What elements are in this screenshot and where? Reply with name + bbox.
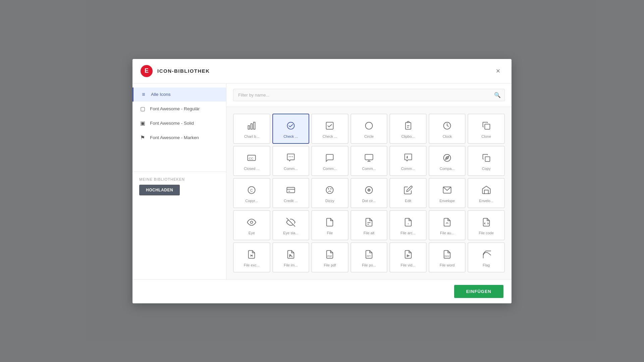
icon-cell-file-alt[interactable]: File alt [351, 210, 388, 240]
icon-cell-chart-b[interactable]: Chart b... [233, 114, 270, 144]
svg-rect-21 [485, 157, 490, 161]
svg-rect-16 [365, 154, 373, 160]
icon-label-clock: Clock [432, 134, 463, 138]
icon-cell-flag[interactable]: Flag [468, 242, 505, 273]
icon-label-file-archive: File arc... [393, 231, 423, 235]
icon-cell-circle[interactable]: Circle [351, 114, 388, 144]
comment-1-icon [286, 153, 296, 164]
icon-label-credit-card: Credit ... [276, 199, 306, 203]
icon-cell-eye[interactable]: Eye [233, 210, 270, 240]
insert-button[interactable]: EINFÜGEN [454, 285, 503, 298]
icons-grid-container[interactable]: Chart b...Check ...Check ...CircleClipbo… [226, 107, 512, 279]
icon-label-closed-cc: Closed ... [236, 167, 267, 171]
icon-label-check-2: Check ... [315, 134, 345, 138]
credit-card-icon [286, 185, 296, 196]
all-icons-icon: ≡ [140, 92, 147, 98]
modal-footer: EINFÜGEN [132, 279, 512, 303]
icon-label-file-powerpoint: File po... [354, 263, 384, 267]
search-input[interactable] [233, 89, 505, 101]
icon-label-comment-4: Comm... [393, 167, 423, 171]
icon-label-comment-3: Comm... [354, 167, 384, 171]
dizzy-icon [325, 185, 334, 196]
icon-label-file-audio: File au... [432, 231, 463, 235]
icon-label-dot-circle: Dot cir... [354, 199, 384, 203]
icon-label-chart-b: Chart b... [236, 134, 267, 138]
icon-cell-file-image[interactable]: File im... [272, 242, 310, 273]
icon-cell-file-audio[interactable]: File au... [429, 210, 466, 240]
icon-cell-clipboard[interactable]: Clipbo... [389, 114, 427, 144]
search-button[interactable]: 🔍 [494, 92, 501, 98]
icon-label-copy: Copy [471, 167, 501, 171]
copyright-icon: C [247, 185, 256, 196]
eye-slash-icon [286, 218, 296, 228]
icon-cell-check-2[interactable]: Check ... [311, 114, 348, 144]
icon-cell-comment-3[interactable]: Comm... [351, 146, 388, 176]
sidebar-item-fa-regular-label: Font Awesome - Regulär [150, 106, 200, 111]
icon-cell-edit[interactable]: Edit [389, 178, 427, 208]
icon-cell-closed-cc[interactable]: CCClosed ... [233, 146, 270, 176]
sidebar-item-fa-regular[interactable]: ▢ Font Awesome - Regulär [132, 102, 226, 116]
icon-cell-file-pdf[interactable]: PDFFile pdf [311, 242, 348, 273]
icon-cell-dizzy[interactable]: Dizzy [311, 178, 348, 208]
svg-point-5 [365, 122, 372, 129]
upload-button[interactable]: HOCHLADEN [139, 185, 180, 195]
sidebar-item-fa-brands[interactable]: ⚑ Font Awesome - Marken [132, 130, 226, 145]
check-selected-icon [286, 121, 296, 132]
svg-point-13 [289, 156, 289, 157]
icon-cell-file-word[interactable]: DOCFile word [429, 242, 466, 273]
check-2-icon [325, 121, 334, 132]
icon-cell-file-video[interactable]: File vid... [389, 242, 427, 273]
icon-cell-file[interactable]: File [311, 210, 348, 240]
circle-icon [364, 121, 374, 132]
svg-point-35 [251, 221, 253, 223]
icon-label-dizzy: Dizzy [315, 199, 345, 203]
icon-cell-copy[interactable]: Copy [468, 146, 505, 176]
sidebar-item-all-icons[interactable]: ≡ Alle Icons [132, 87, 226, 102]
svg-rect-4 [326, 122, 333, 129]
svg-rect-2 [254, 122, 255, 129]
svg-text:PDF: PDF [327, 255, 332, 257]
icon-label-eye: Eye [236, 231, 267, 235]
icon-label-comment-2: Comm... [315, 167, 345, 171]
icon-cell-dot-circle[interactable]: Dot cir... [351, 178, 388, 208]
clone-icon [482, 121, 491, 132]
icon-cell-copyright[interactable]: CCopyr... [233, 178, 270, 208]
icon-cell-comment-1[interactable]: Comm... [272, 146, 310, 176]
file-powerpoint-icon: PPT [364, 250, 374, 260]
svg-text:C: C [250, 188, 253, 192]
svg-text:DOC: DOC [445, 255, 450, 257]
close-button[interactable]: × [493, 66, 503, 76]
sidebar-item-fa-solid[interactable]: ▣ Font Awesome - Solid [132, 116, 226, 130]
icon-cell-eye-slash[interactable]: Eye sla... [272, 210, 310, 240]
icon-cell-compass[interactable]: Compa... [429, 146, 466, 176]
my-libraries-label: MEINE BIBLIOTHEKEN [139, 177, 219, 181]
icon-label-edit: Edit [393, 199, 423, 203]
file-code-icon [482, 218, 491, 228]
icon-cell-file-excel[interactable]: File exc... [233, 242, 270, 273]
comment-4-icon [404, 153, 413, 164]
clock-icon [442, 121, 452, 132]
icon-cell-comment-2[interactable]: Comm... [311, 146, 348, 176]
icon-cell-file-code[interactable]: File code [468, 210, 505, 240]
icon-cell-envelope[interactable]: Envelope [429, 178, 466, 208]
svg-marker-20 [445, 156, 449, 160]
icon-cell-comment-4[interactable]: Comm... [389, 146, 427, 176]
icon-cell-clock[interactable]: Clock [429, 114, 466, 144]
icon-cell-check-selected[interactable]: Check ... [272, 114, 310, 144]
svg-point-27 [326, 186, 333, 193]
svg-rect-10 [485, 124, 490, 129]
file-word-icon: DOC [442, 250, 452, 260]
icon-cell-credit-card[interactable]: Credit ... [272, 178, 310, 208]
icon-cell-file-archive[interactable]: File arc... [389, 210, 427, 240]
modal-body: ≡ Alle Icons ▢ Font Awesome - Regulär ▣ … [132, 83, 512, 279]
sidebar-item-fa-solid-label: Font Awesome - Solid [150, 121, 194, 126]
icon-cell-envelope-2[interactable]: Envelo... [468, 178, 505, 208]
icon-label-file-code: File code [471, 231, 501, 235]
icon-cell-clone[interactable]: Clone [468, 114, 505, 144]
icon-label-circle: Circle [354, 134, 384, 138]
comment-2-icon [325, 153, 334, 164]
icon-label-comment-1: Comm... [276, 167, 306, 171]
icon-cell-file-powerpoint[interactable]: PPTFile po... [351, 242, 388, 273]
icon-label-copyright: Copyr... [236, 199, 267, 203]
modal-title: ICON-BIBLIOTHEK [157, 68, 210, 74]
